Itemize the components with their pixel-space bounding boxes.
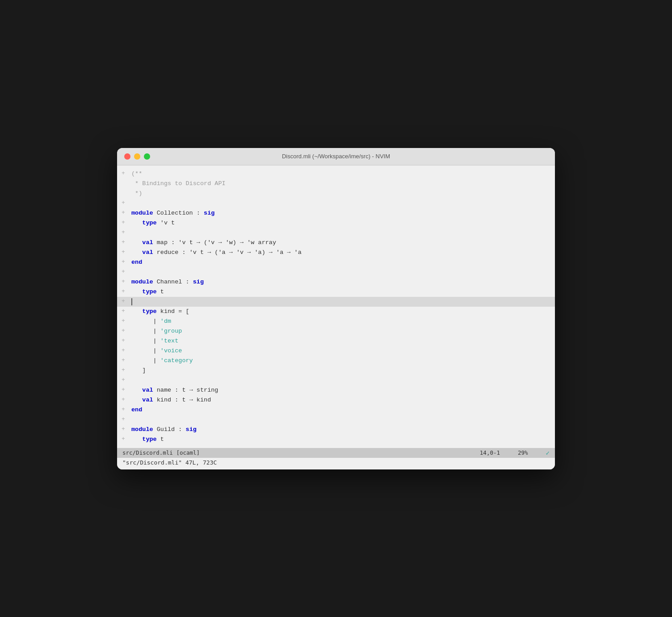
token-id: Guild :	[153, 425, 186, 435]
minimize-button[interactable]	[134, 153, 140, 160]
close-button[interactable]	[124, 153, 130, 160]
code-line: +module Channel : sig	[117, 277, 555, 287]
gutter-marker	[117, 189, 130, 199]
token-kw: type	[142, 307, 156, 317]
code-line: + ]	[117, 366, 555, 376]
token-cm: *)	[131, 189, 142, 199]
token-str: 'text	[160, 336, 179, 346]
code-text: ]	[130, 366, 555, 376]
gutter-marker: +	[117, 376, 130, 385]
code-line: +	[117, 415, 555, 425]
gutter-marker: +	[117, 356, 130, 366]
maximize-button[interactable]	[144, 153, 150, 160]
scroll-percent: 29%	[518, 449, 528, 456]
code-line: + type t	[117, 287, 555, 297]
token-kw: end	[131, 405, 142, 415]
gutter-marker: +	[117, 248, 130, 258]
message-text: "src/Discord.mli" 47L, 723C	[122, 459, 217, 466]
token-id: name : t → string	[153, 385, 218, 395]
token-kw: val	[142, 395, 153, 405]
token-id: Collection :	[153, 208, 204, 218]
code-line: +module Collection : sig	[117, 208, 555, 218]
code-line: + val map : 'v t → ('v → 'w) → 'w array	[117, 238, 555, 248]
traffic-lights	[124, 153, 150, 160]
gutter-marker: +	[117, 425, 130, 435]
code-line: + val kind : t → kind	[117, 395, 555, 405]
code-text: * Bindings to Discord API	[130, 179, 555, 189]
token-str: 'voice	[160, 346, 182, 356]
token-id: |	[131, 336, 160, 346]
token-id	[131, 395, 142, 405]
token-kw: sig	[186, 425, 197, 435]
gutter-marker: +	[117, 267, 130, 277]
token-id: t	[157, 435, 164, 444]
gutter-marker: +	[117, 435, 130, 444]
token-cm: (**	[131, 169, 142, 179]
code-text: type kind = [	[130, 307, 555, 317]
statusbar-left: src/Discord.mli [ocaml]	[122, 449, 200, 456]
token-kw: type	[142, 287, 156, 297]
code-line: + | 'category	[117, 356, 555, 366]
gutter-marker: +	[117, 287, 130, 297]
code-text: module Guild : sig	[130, 425, 555, 435]
token-kw: module	[131, 277, 153, 287]
code-text	[130, 415, 555, 425]
token-id: kind = [	[157, 307, 189, 317]
gutter-marker: +	[117, 346, 130, 356]
code-line: * Bindings to Discord API	[117, 179, 555, 189]
code-line: +end	[117, 258, 555, 267]
token-kw: module	[131, 425, 153, 435]
token-kw: type	[142, 218, 156, 228]
token-id	[131, 287, 142, 297]
code-text: type 'v t	[130, 218, 555, 228]
code-text: | 'dm	[130, 317, 555, 326]
token-id: reduce : 'v t → ('a → 'v → 'a) → 'a → 'a	[153, 248, 302, 258]
token-id: Channel :	[153, 277, 193, 287]
code-text: | 'text	[130, 336, 555, 346]
token-kw: val	[142, 248, 153, 258]
code-text: val map : 'v t → ('v → 'w) → 'w array	[130, 238, 555, 248]
code-text: module Collection : sig	[130, 208, 555, 218]
code-text: val reduce : 'v t → ('a → 'v → 'a) → 'a …	[130, 248, 555, 258]
code-line: *)	[117, 189, 555, 199]
gutter-marker: +	[117, 385, 130, 395]
gutter-marker: +	[117, 366, 130, 376]
code-line: +module Guild : sig	[117, 425, 555, 435]
token-id: ]	[131, 366, 146, 376]
token-id	[131, 435, 142, 444]
code-line: +	[117, 228, 555, 238]
code-line: +(**	[117, 169, 555, 179]
code-text: | 'group	[130, 326, 555, 336]
code-text: (**	[130, 169, 555, 179]
token-kw: val	[142, 385, 153, 395]
token-str: 'group	[160, 326, 182, 336]
code-text: type t	[130, 435, 555, 444]
gutter-marker: +	[117, 395, 130, 405]
token-id: kind : t → kind	[153, 395, 211, 405]
code-line: +end	[117, 405, 555, 415]
cursor-position: 14,0-1	[480, 449, 500, 456]
code-line: +	[117, 376, 555, 385]
code-text: | 'category	[130, 356, 555, 366]
gutter-marker: +	[117, 277, 130, 287]
code-area: +(** * Bindings to Discord API *)++modul…	[117, 165, 555, 448]
token-str: 'dm	[160, 317, 171, 326]
titlebar: Discord.mli (~/Workspace/ime/src) - NVIM	[117, 148, 555, 165]
code-text: end	[130, 405, 555, 415]
gutter-marker: +	[117, 405, 130, 415]
gutter-marker: +	[117, 297, 130, 307]
nvim-window: Discord.mli (~/Workspace/ime/src) - NVIM…	[117, 148, 555, 469]
editor[interactable]: +(** * Bindings to Discord API *)++modul…	[117, 165, 555, 448]
gutter-marker: +	[117, 326, 130, 336]
token-id: |	[131, 346, 160, 356]
status-check: ✓	[546, 449, 550, 456]
token-kw: module	[131, 208, 153, 218]
code-text	[130, 376, 555, 385]
code-line: +	[117, 297, 555, 307]
code-text	[130, 228, 555, 238]
gutter-marker	[117, 179, 130, 189]
gutter-marker: +	[117, 238, 130, 248]
code-line: + | 'dm	[117, 317, 555, 326]
gutter-marker: +	[117, 317, 130, 326]
token-id: |	[131, 317, 160, 326]
